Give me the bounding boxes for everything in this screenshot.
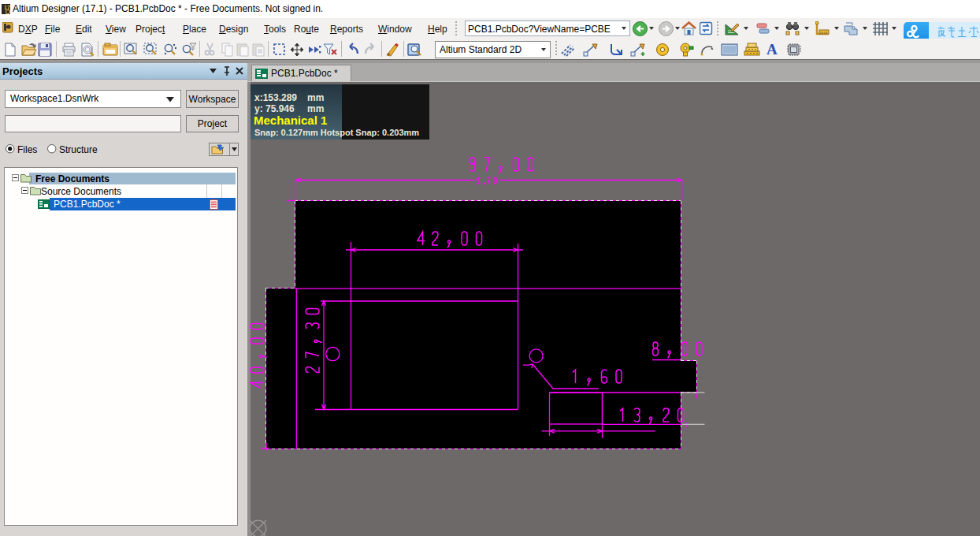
svg-text:17: 17 xyxy=(4,5,10,10)
